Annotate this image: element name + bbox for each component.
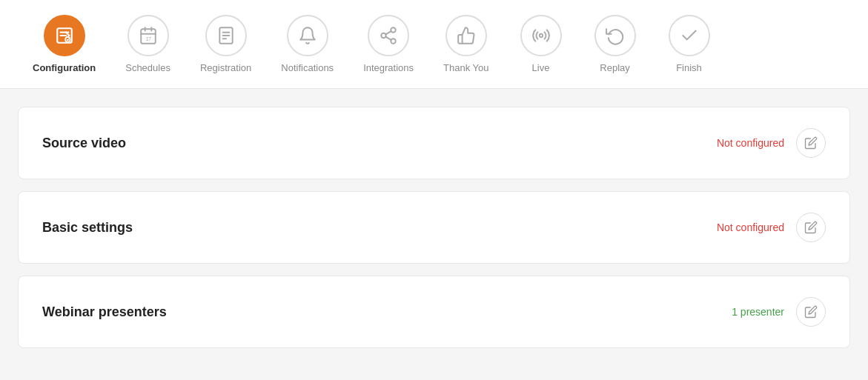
nav-item-configuration[interactable]: Configuration <box>18 9 110 79</box>
finish-icon <box>669 15 710 56</box>
integrations-icon <box>368 15 409 56</box>
webinar-presenters-actions: 1 presenter <box>732 297 826 327</box>
edit-icon <box>804 221 818 234</box>
svg-point-18 <box>539 34 542 37</box>
nav-item-integrations[interactable]: Integrations <box>348 9 428 79</box>
nav-item-notifications[interactable]: Notifications <box>266 9 348 79</box>
basic-settings-status: Not configured <box>717 221 784 233</box>
basic-settings-edit-button[interactable] <box>796 213 826 242</box>
nav-label-notifications: Notifications <box>281 62 334 73</box>
svg-text:17: 17 <box>145 36 151 41</box>
nav-label-integrations: Integrations <box>363 62 414 73</box>
nav-label-registration: Registration <box>200 62 251 73</box>
nav-item-finish[interactable]: Finish <box>652 9 726 79</box>
nav-item-replay[interactable]: Replay <box>578 9 652 79</box>
source-video-edit-button[interactable] <box>796 128 826 158</box>
nav-label-replay: Replay <box>600 62 629 73</box>
svg-line-17 <box>385 31 391 34</box>
nav-label-configuration: Configuration <box>33 62 96 73</box>
webinar-presenters-edit-button[interactable] <box>796 297 826 327</box>
live-icon <box>520 15 562 56</box>
webinar-presenters-card: Webinar presenters 1 presenter <box>18 276 850 348</box>
nav-item-thank-you[interactable]: Thank You <box>428 9 503 79</box>
webinar-presenters-title: Webinar presenters <box>42 304 167 320</box>
replay-icon <box>594 15 636 56</box>
configuration-icon <box>44 15 85 56</box>
source-video-status: Not configured <box>717 137 784 149</box>
nav-item-schedules[interactable]: 17 Schedules <box>110 9 185 79</box>
edit-icon <box>804 305 818 319</box>
nav-label-finish: Finish <box>676 62 702 73</box>
nav-item-registration[interactable]: Registration <box>185 9 266 79</box>
source-video-actions: Not configured <box>717 128 826 158</box>
source-video-title: Source video <box>42 136 126 151</box>
main-content: Source video Not configured Basic settin… <box>0 89 868 366</box>
basic-settings-actions: Not configured <box>717 213 826 242</box>
nav-item-live[interactable]: Live <box>504 9 578 79</box>
nav-label-schedules: Schedules <box>125 62 170 73</box>
registration-icon <box>205 15 247 56</box>
basic-settings-title: Basic settings <box>42 220 133 236</box>
edit-icon <box>804 136 818 150</box>
basic-settings-card: Basic settings Not configured <box>18 191 850 264</box>
top-navigation: Configuration 17 Schedules Registration <box>0 0 868 89</box>
notifications-icon <box>287 15 328 56</box>
schedules-icon: 17 <box>127 15 169 56</box>
nav-label-thank-you: Thank You <box>443 62 488 73</box>
thank-you-icon <box>445 15 487 56</box>
source-video-card: Source video Not configured <box>18 107 850 179</box>
nav-label-live: Live <box>532 62 550 73</box>
webinar-presenters-status: 1 presenter <box>732 306 784 318</box>
svg-line-16 <box>385 37 391 40</box>
